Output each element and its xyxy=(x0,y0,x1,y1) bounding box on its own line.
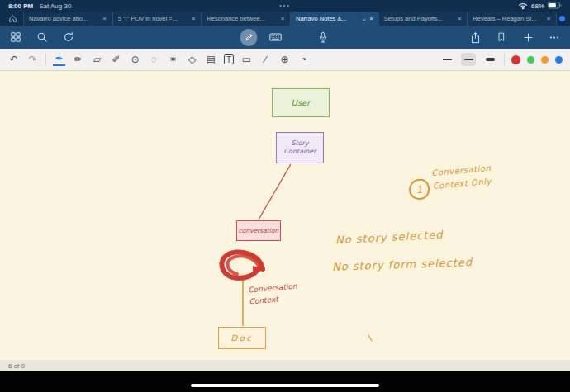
sync-icon[interactable] xyxy=(61,30,76,45)
search-icon[interactable] xyxy=(35,30,50,45)
image-tool[interactable]: ▤ xyxy=(205,54,217,64)
status-bar: 8:00 PM Sat Aug 30 ••• 68% xyxy=(0,0,570,12)
grid-view-icon[interactable] xyxy=(8,30,23,45)
app-toolbar xyxy=(0,26,570,49)
highlighter-tool[interactable]: ✐ xyxy=(110,54,122,64)
tab-title: Narravo Notes &... xyxy=(296,15,359,22)
tab-title: Resonance betwee... xyxy=(207,15,278,22)
frame-tool[interactable]: ▭ xyxy=(240,54,253,64)
browser-tab[interactable]: Setups and Payoffs... ✕ xyxy=(379,12,468,26)
diagram-node-user: User xyxy=(272,88,330,117)
stroke-thin-option[interactable] xyxy=(439,53,454,66)
chevron-down-icon[interactable]: ⌄ xyxy=(362,16,367,22)
page-indicator: 6 of 9 xyxy=(8,362,25,370)
close-icon[interactable]: ✕ xyxy=(369,16,374,22)
export-icon[interactable] xyxy=(468,30,482,45)
bottom-bar xyxy=(0,371,570,392)
diagram-node-doc: Doc xyxy=(218,327,266,349)
toolbar-left-group xyxy=(8,30,76,45)
attachment-tool[interactable]: ⊕ xyxy=(278,54,291,64)
pen-mode-button[interactable] xyxy=(240,29,258,46)
stroke-medium-option[interactable] xyxy=(461,53,476,66)
lasso-tool[interactable]: ◌ xyxy=(148,54,160,64)
handwritten-context-only-note: Conversation Context Only xyxy=(431,162,493,192)
microphone-icon[interactable] xyxy=(316,30,330,45)
status-system-icons: 68% xyxy=(518,2,562,11)
status-time-date: 8:00 PM Sat Aug 30 xyxy=(8,2,71,10)
diagram-node-story-container: Story Container xyxy=(276,132,324,163)
stroke-thick-option[interactable] xyxy=(482,53,497,66)
color-swatch-green[interactable] xyxy=(527,56,534,64)
home-indicator[interactable] xyxy=(191,384,379,387)
clock-date: Sat Aug 30 xyxy=(39,2,71,10)
ipad-screen: 8:00 PM Sat Aug 30 ••• 68% Navarro advic… xyxy=(0,0,570,392)
browser-tab[interactable]: Reveals – Reagan St... ✕ xyxy=(468,12,557,26)
clock-time: 8:00 PM xyxy=(8,2,33,10)
close-icon[interactable]: ✕ xyxy=(191,16,196,22)
fountain-pen-tool[interactable]: ✒ xyxy=(53,54,65,66)
tab-title: Reveals – Reagan St... xyxy=(473,15,544,22)
color-swatch-red[interactable] xyxy=(511,55,520,64)
close-icon[interactable]: ✕ xyxy=(280,16,285,22)
close-icon[interactable]: ✕ xyxy=(102,16,107,22)
battery-icon xyxy=(548,2,562,11)
browser-tab[interactable]: 5 "I" POV in novel =... ✕ xyxy=(113,12,202,26)
close-icon[interactable]: ✕ xyxy=(546,16,551,22)
add-icon[interactable] xyxy=(520,30,535,45)
wifi-icon xyxy=(518,2,528,10)
home-tab-button[interactable] xyxy=(2,12,24,26)
color-swatch-orange[interactable] xyxy=(541,56,549,64)
ruler-tool[interactable]: ∕ xyxy=(259,54,272,64)
multitask-dots-indicator[interactable]: ••• xyxy=(279,0,290,12)
diagram-node-conversation: conversation xyxy=(236,220,281,241)
eraser-tool[interactable]: ▱ xyxy=(91,54,103,64)
close-icon[interactable]: ✕ xyxy=(457,16,462,22)
tab-title: 5 "I" POV in novel =... xyxy=(118,15,189,22)
battery-percent-label: 68% xyxy=(531,2,544,10)
home-icon xyxy=(8,12,17,26)
redo-button[interactable]: ↷ xyxy=(26,54,39,64)
pencil-tool[interactable]: ✏ xyxy=(72,54,84,64)
browser-tab[interactable]: Resonance betwee... ✕ xyxy=(202,12,291,26)
toolbar-divider xyxy=(45,54,46,65)
text-tool[interactable]: T xyxy=(224,54,234,64)
browser-tab[interactable]: Navarro advice abo... ✕ xyxy=(24,12,113,26)
toolbar-right-group xyxy=(468,30,562,45)
pen-toolbar: ↶ ↷ ✒ ✏ ▱ ✐ ⊙ ◌ ✶ ◇ ▤ T ▭ ∕ ⊕ ◔ xyxy=(0,49,570,71)
color-swatch-blue[interactable] xyxy=(555,56,563,64)
page-indicator-strip: 6 of 9 xyxy=(0,360,570,371)
browser-tab-active[interactable]: Narravo Notes &... ⌄ ✕ xyxy=(291,12,379,26)
undo-button[interactable]: ↶ xyxy=(7,54,20,64)
tab-title: Setups and Payoffs... xyxy=(384,15,455,22)
bookmark-icon[interactable] xyxy=(494,30,509,45)
more-tabs-indicator[interactable] xyxy=(559,16,565,21)
ellipsis-icon[interactable] xyxy=(547,30,562,45)
zoom-tool[interactable]: ⊙ xyxy=(129,54,141,64)
note-canvas[interactable]: User Story Container conversation Doc 1 … xyxy=(0,71,570,371)
keyboard-icon[interactable] xyxy=(268,30,283,45)
elements-tool[interactable]: ✶ xyxy=(167,54,179,64)
timer-tool[interactable]: ◔ xyxy=(297,54,310,64)
toolbar-divider xyxy=(504,54,505,65)
browser-tab-bar: Navarro advice abo... ✕ 5 "I" POV in nov… xyxy=(0,12,570,26)
toolbar-center-group xyxy=(240,29,330,46)
tab-title: Navarro advice abo... xyxy=(29,15,100,22)
shapes-tool[interactable]: ◇ xyxy=(186,54,198,64)
handwritten-conversation-context-label: Conversation Context xyxy=(248,281,299,307)
